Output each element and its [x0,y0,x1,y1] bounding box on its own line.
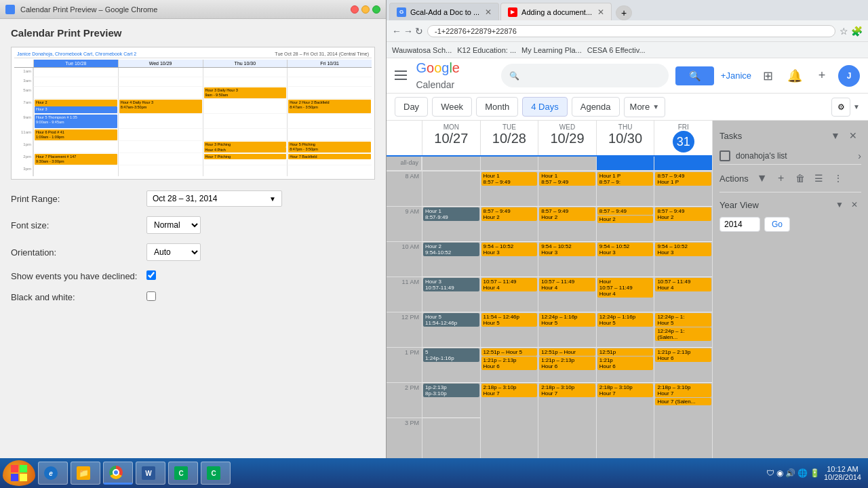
taskbar-word[interactable]: W [136,462,165,485]
event-wed-hour3[interactable]: 9:54 – 10:52Hour 3 [539,243,595,256]
orientation-select[interactable]: Auto Portrait Landscape [146,243,201,261]
gcal-search-submit-btn[interactable]: 🔍 [675,66,714,85]
gcal-apps-btn[interactable]: ⊞ [757,65,778,87]
tasks-list-chevron-icon[interactable]: › [858,150,861,161]
event-thu-hour7[interactable]: 2:18p – 3:10pHour 7 [597,384,654,397]
gcal-avatar[interactable]: J [838,65,860,87]
taskbar-camtasia2[interactable]: C [201,462,231,485]
event-wed-hour5b[interactable]: 12:51p – Hour [539,348,595,356]
forward-btn[interactable]: → [403,26,413,37]
tab-gcal-close-icon[interactable]: ✕ [485,7,492,17]
taskbar-files[interactable]: 📁 [71,462,100,485]
event-mon-hour3[interactable]: Hour 310:57-11:49 [423,278,479,291]
event-tue-hour6[interactable]: 1:21p – 2:13pHour 6 [481,357,538,370]
taskbar-camtasia1[interactable]: C [168,462,198,485]
actions-expand-btn[interactable]: ▼ [754,170,770,186]
print-range-dropdown[interactable]: Oct 28 – 31, 2014 ▼ [146,190,282,207]
back-btn[interactable]: ← [392,26,401,37]
gcal-search-input[interactable] [525,68,660,83]
gcal-time-grid[interactable]: 8 AM 9 AM 10 AM 11 AM 12 PM 1 PM 2 PM 3 … [387,171,712,458]
gcal-notification-btn[interactable]: 🔔 [784,65,806,87]
event-thu-hour5[interactable]: 12:24p – 1:16pHour 5 [597,313,654,327]
tasks-checkbox[interactable] [719,150,730,161]
year-view-close-btn[interactable]: ✕ [848,198,861,211]
nav-day-btn[interactable]: Day [395,97,428,117]
add-task-btn[interactable]: + [773,170,789,186]
bookmark-mylearning[interactable]: My Learning Pla... [521,46,582,54]
gcal-date-headers: Mon 10/27 Tue 10/28 Wed 10/29 Thu [387,121,712,157]
refresh-btn[interactable]: ↻ [415,26,423,37]
event-tue-hour1[interactable]: Hour 18:57 – 9:49 [481,172,538,186]
event-thu-hour1[interactable]: Hour 1 P8:57 – 9: [597,172,654,186]
tasks-close-btn[interactable]: ✕ [845,127,861,144]
nav-week-btn[interactable]: Week [432,97,472,117]
event-fri-hour6[interactable]: 1:21p – 2:13pHour 6 [655,348,711,362]
gcal-add-btn[interactable]: + [811,65,833,87]
event-thu-hour2b[interactable]: Hour 2 [597,216,654,223]
nav-more-btn[interactable]: More ▼ [624,97,666,117]
gcal-search-bar[interactable]: 🔍 [501,64,669,87]
maximize-window-btn[interactable] [372,5,380,14]
year-input[interactable] [719,217,760,232]
event-fri-hour3[interactable]: 9:54 – 10:52Hour 3 [655,243,711,256]
event-fri-hour2[interactable]: 8:57 – 9:49Hour 2 [655,207,711,221]
event-fri-hour5a[interactable]: 12:24p – 1:Hour 5 [655,313,711,327]
event-thu-hour2a[interactable]: 8:57 – 9:49 [597,207,654,215]
event-mon-hour1[interactable]: Hour 18:57-9:49 [423,207,479,221]
bookmark-icon[interactable]: ☆ [840,26,848,37]
event-fri-hour7a[interactable]: 2:18p – 3:10pHour 7 [655,384,711,397]
delete-task-btn[interactable]: 🗑 [792,170,808,186]
event-wed-hour7[interactable]: 2:18p – 3:10pHour 7 [539,384,595,397]
event-tue-hour7[interactable]: 2:18p – 3:10pHour 7 [481,384,538,397]
year-view-expand-btn[interactable]: ▼ [833,198,846,211]
minimize-window-btn[interactable] [361,5,370,14]
tab-youtube[interactable]: ▶ Adding a document... ✕ [500,3,612,20]
event-tue-hour4[interactable]: 10:57 – 11:49Hour 4 [481,278,538,291]
nav-4days-btn[interactable]: 4 Days [522,97,567,117]
event-tue-hour5[interactable]: 11:54 – 12:46pHour 5 [481,313,538,327]
font-size-select[interactable]: Normal Small Large [146,216,201,234]
event-wed-hour1[interactable]: Hour 18:57 – 9:49 [539,172,595,186]
nav-agenda-btn[interactable]: Agenda [572,97,620,117]
bookmark-k12[interactable]: K12 Education: ... [457,46,516,54]
year-go-btn[interactable]: Go [764,217,790,232]
close-window-btn[interactable] [351,5,359,14]
taskbar-ie[interactable]: e [38,462,68,485]
event-mon-hour6[interactable]: 1p-2:13p8p-3:10p [423,384,479,397]
event-thu-hour5b[interactable]: 12:51p [597,348,654,356]
new-tab-btn[interactable]: + [616,5,632,20]
tab-gcal[interactable]: G Gcal-Add a Doc to ... ✕ [389,3,499,20]
nav-month-btn[interactable]: Month [476,97,518,117]
black-white-checkbox[interactable] [146,291,156,301]
gcal-menu-icon[interactable] [395,66,412,85]
gcal-settings-btn[interactable]: ⚙ [831,98,850,117]
event-fri-hour1[interactable]: 8:57 – 9:49Hour 1 P [655,172,711,186]
event-mon-hour2[interactable]: Hour 29:54-10:52 [423,243,479,256]
event-fri-hour4[interactable]: 10:57 – 11:49Hour 4 [655,278,711,291]
taskbar-chrome[interactable] [103,462,133,485]
event-tue-hour3[interactable]: 9:54 – 10:52Hour 3 [481,243,538,256]
event-mon-hour4[interactable]: Hour 511:54-12:46p [423,313,479,327]
event-tue-hour2[interactable]: 8:57 – 9:49Hour 2 [481,207,538,221]
event-mon-hour5[interactable]: 51:24p-1:16p [423,348,479,362]
task-more-btn[interactable]: ⋮ [830,170,846,186]
event-tue-hour5b[interactable]: 12:51p – Hour 5 [481,348,538,356]
tab-youtube-close-icon[interactable]: ✕ [597,7,604,17]
start-btn[interactable] [3,460,35,486]
bookmark-cesa6[interactable]: CESA 6 Effectiv... [587,46,646,54]
event-fri-hour7b[interactable]: Hour 7 (Salen... [655,398,711,405]
event-thu-hour3[interactable]: 9:54 – 10:52Hour 3 [597,243,654,256]
event-wed-hour5[interactable]: 12:24p – 1:16pHour 5 [539,313,595,327]
event-fri-hour5b[interactable]: 12:24p – 1:(Salen... [655,327,711,341]
bookmark-wauwatosa[interactable]: Wauwatosa Sch... [392,46,452,54]
show-declined-checkbox[interactable] [146,270,156,280]
url-input[interactable]: -1+22876+22879+22876 [427,25,835,37]
event-thu-hour6[interactable]: 1:21pHour 6 [597,357,654,370]
event-wed-hour6[interactable]: 1:21p – 2:13pHour 6 [539,357,595,370]
event-wed-hour4[interactable]: 10:57 – 11:49Hour 4 [539,278,595,291]
task-list-view-btn[interactable]: ☰ [811,170,827,186]
extensions-icon[interactable]: 🧩 [851,26,863,37]
tasks-expand-btn[interactable]: ▼ [827,127,844,144]
event-thu-hour4[interactable]: Hour10:57 – 11:49Hour 4 [597,278,654,298]
event-wed-hour2[interactable]: 8:57 – 9:49Hour 2 [539,207,595,221]
